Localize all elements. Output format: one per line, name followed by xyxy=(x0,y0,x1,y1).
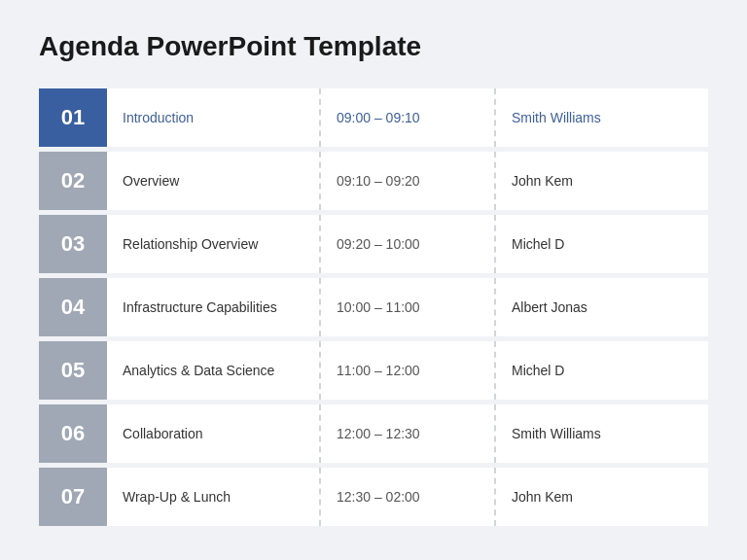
row-time: 09:00 – 09:10 xyxy=(321,88,496,147)
row-number: 03 xyxy=(39,215,107,273)
row-presenter: Michel D xyxy=(496,215,708,273)
row-presenter: John Kem xyxy=(496,152,708,210)
row-number: 07 xyxy=(39,468,107,526)
row-number-cell: 02 xyxy=(39,152,107,210)
row-presenter: Albert Jonas xyxy=(496,278,708,336)
row-time: 09:10 – 09:20 xyxy=(321,152,496,210)
row-topic: Relationship Overview xyxy=(107,215,321,273)
row-presenter: Michel D xyxy=(496,341,708,400)
row-time: 10:00 – 11:00 xyxy=(321,278,496,336)
row-topic: Collaboration xyxy=(107,404,321,463)
row-number: 04 xyxy=(39,278,107,336)
row-topic: Infrastructure Capabilities xyxy=(107,278,321,336)
row-number-cell: 03 xyxy=(39,215,107,273)
table-row: 07 Wrap-Up & Lunch 12:30 – 02:00 John Ke… xyxy=(39,468,708,526)
row-presenter: Smith Williams xyxy=(496,404,708,463)
table-row: 02 Overview 09:10 – 09:20 John Kem xyxy=(39,152,708,210)
row-topic: Analytics & Data Science xyxy=(107,341,321,400)
row-number: 02 xyxy=(39,152,107,210)
row-number: 01 xyxy=(39,88,107,147)
row-time: 12:30 – 02:00 xyxy=(321,468,496,526)
row-presenter: John Kem xyxy=(496,468,708,526)
table-row: 01 Introduction 09:00 – 09:10 Smith Will… xyxy=(39,88,708,147)
slide: Agenda PowerPoint Template 01 Introducti… xyxy=(0,0,747,560)
row-topic: Wrap-Up & Lunch xyxy=(107,468,321,526)
row-number: 05 xyxy=(39,341,107,400)
row-presenter: Smith Williams xyxy=(496,88,708,147)
row-time: 11:00 – 12:00 xyxy=(321,341,496,400)
row-number-cell: 07 xyxy=(39,468,107,526)
table-row: 03 Relationship Overview 09:20 – 10:00 M… xyxy=(39,215,708,273)
row-number-cell: 01 xyxy=(39,88,107,147)
row-number-cell: 04 xyxy=(39,278,107,336)
page-title: Agenda PowerPoint Template xyxy=(39,31,708,62)
row-time: 12:00 – 12:30 xyxy=(321,404,496,463)
table-row: 05 Analytics & Data Science 11:00 – 12:0… xyxy=(39,341,708,400)
row-number-cell: 05 xyxy=(39,341,107,400)
row-time: 09:20 – 10:00 xyxy=(321,215,496,273)
row-topic: Introduction xyxy=(107,88,321,147)
row-topic: Overview xyxy=(107,152,321,210)
table-row: 04 Infrastructure Capabilities 10:00 – 1… xyxy=(39,278,708,336)
agenda-table: 01 Introduction 09:00 – 09:10 Smith Will… xyxy=(39,84,708,531)
table-row: 06 Collaboration 12:00 – 12:30 Smith Wil… xyxy=(39,404,708,463)
row-number: 06 xyxy=(39,404,107,463)
row-number-cell: 06 xyxy=(39,404,107,463)
